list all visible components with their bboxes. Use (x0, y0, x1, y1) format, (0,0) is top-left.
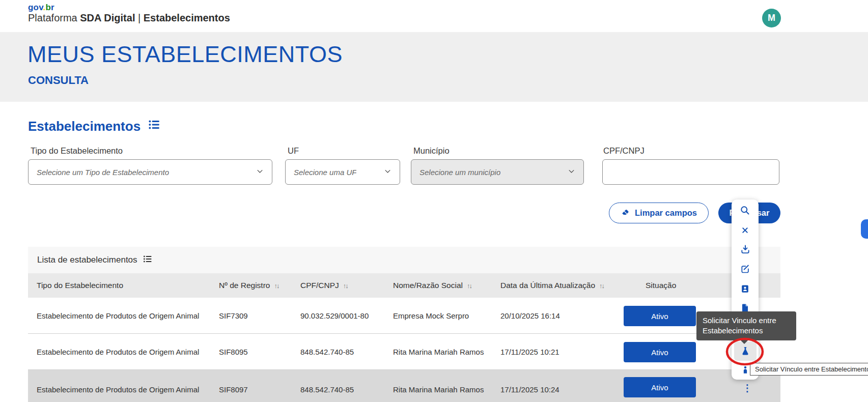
edge-floating-button[interactable] (861, 219, 868, 239)
cell-tipo: Estabelecimento de Produtos de Origem An… (37, 334, 199, 369)
tipo-select[interactable]: Selecione um Tipo de Estabelecimento (28, 159, 272, 185)
clear-fields-button[interactable]: Limpar campos (609, 203, 709, 223)
cell-atualizacao: 17/11/2025 10:24 (500, 370, 559, 402)
close-icon[interactable] (732, 220, 759, 240)
column-header-registro[interactable]: Nº de Registro↑↓ (219, 273, 278, 298)
app-title-separator: | (138, 12, 141, 23)
table-row-highlighted: Estabelecimento de Produtos de Origem An… (28, 370, 780, 402)
app-title-prefix: Plataforma (28, 12, 77, 23)
municipio-label: Município (413, 146, 450, 156)
app-title-module: Estabelecimentos (144, 12, 230, 23)
tipo-select-placeholder: Selecione um Tipo de Estabelecimento (37, 168, 169, 177)
app-header: gov.br Plataforma SDA Digital | Estabele… (0, 0, 868, 32)
column-header-atualizacao[interactable]: Data da Última Atualização↑↓ (500, 273, 604, 298)
section-title: Estabelecimentos (28, 118, 161, 135)
sort-icon[interactable]: ↑↓ (343, 282, 348, 290)
tooltip-dark: Solicitar Vinculo entre Estabelecimentos (696, 311, 796, 340)
sort-icon[interactable]: ↑↓ (274, 282, 278, 290)
status-badge[interactable]: Ativo (624, 306, 696, 326)
cell-atualizacao: 20/10/2025 16:14 (500, 298, 560, 333)
cell-cpf-cnpj: 848.542.740-85 (300, 334, 354, 369)
table-title: Lista de estabelecimentos (37, 255, 137, 265)
column-header-tipo: Tipo do Estabelecimento (37, 273, 123, 298)
govbr-logo[interactable]: gov.br (28, 3, 54, 13)
cell-cpf-cnpj: 848.542.740-85 (300, 370, 354, 402)
screen: gov.br Plataforma SDA Digital | Estabele… (0, 0, 868, 402)
cell-nome: Empresa Mock Serpro (393, 298, 469, 333)
table-row: Estabelecimento de Produtos de Origem An… (28, 334, 780, 370)
cell-nome: Rita Marina Mariah Ramos (393, 334, 484, 369)
tooltip-dark-text: Solicitar Vinculo entre Estabelecimentos (703, 316, 776, 335)
logo-b: b (46, 3, 51, 12)
flask-icon[interactable] (732, 341, 759, 361)
search-icon[interactable] (732, 200, 759, 220)
uf-select-placeholder: Selecione uma UF (294, 168, 356, 177)
chevron-down-icon (256, 167, 264, 177)
column-header-situacao: Situação (646, 273, 676, 298)
logo-gov: gov (28, 3, 43, 12)
column-header-cpf-cnpj[interactable]: CPF/CNPJ↑↓ (300, 273, 348, 298)
hero-banner: MEUS ESTABELECIMENTOS CONSULTA (0, 32, 868, 102)
cell-registro: SIF8095 (219, 334, 248, 369)
tipo-label: Tipo do Estabelecimento (31, 146, 123, 156)
column-header-nome[interactable]: Nome/Razão Social↑↓ (393, 273, 471, 298)
table-row: Estabelecimento de Produtos de Origem An… (28, 298, 780, 334)
edit-icon[interactable] (732, 259, 759, 278)
sort-icon[interactable]: ↑↓ (467, 282, 471, 290)
tooltip-arrow (740, 340, 748, 344)
list-icon (143, 254, 153, 267)
cell-tipo: Estabelecimento de Produtos de Origem An… (37, 298, 199, 333)
page-title: MEUS ESTABELECIMENTOS (27, 41, 343, 68)
cpf-cnpj-field-box (602, 159, 779, 185)
municipio-select-placeholder: Selecione um município (419, 168, 500, 177)
cell-registro: SIF8097 (219, 370, 248, 402)
cpf-cnpj-label: CPF/CNPJ (603, 146, 645, 156)
tooltip-light: Solicitar Vínculo entre Estabelecimentos (750, 363, 868, 376)
eraser-icon (621, 207, 630, 219)
download-icon[interactable] (732, 240, 759, 259)
municipio-select[interactable]: Selecione um município (411, 159, 584, 185)
cpf-cnpj-input[interactable] (603, 160, 779, 184)
page-subtitle: CONSULTA (28, 74, 89, 87)
app-title: Plataforma SDA Digital | Estabelecimento… (28, 12, 230, 24)
status-badge[interactable]: Ativo (624, 342, 696, 362)
logo-r: r (51, 3, 54, 12)
chevron-down-icon (384, 167, 391, 177)
clear-fields-label: Limpar campos (635, 208, 697, 218)
section-title-label: Estabelecimentos (28, 119, 141, 134)
cell-tipo: Estabelecimento de Produtos de Origem An… (37, 370, 199, 402)
sort-icon[interactable]: ↑↓ (599, 282, 604, 290)
user-avatar[interactable]: M (762, 9, 781, 27)
table-title-bar: Lista de estabelecimentos (28, 247, 780, 273)
app-title-name: SDA Digital (80, 12, 135, 23)
list-icon (148, 118, 161, 135)
cell-atualizacao: 17/11/2025 10:21 (500, 334, 559, 369)
contact-card-icon[interactable] (732, 279, 759, 298)
cell-cpf-cnpj: 90.032.529/0001-80 (300, 298, 369, 333)
uf-label: UF (288, 146, 299, 156)
establishments-table: Lista de estabelecimentos Tipo do Estabe… (28, 247, 780, 402)
row-actions-menu (732, 199, 759, 380)
table-header-row: Tipo do Estabelecimento Nº de Registro↑↓… (28, 273, 780, 298)
cell-nome: Rita Marina Mariah Ramos (393, 370, 484, 402)
uf-select[interactable]: Selecione uma UF (285, 159, 400, 185)
chevron-down-icon (568, 167, 575, 177)
status-badge[interactable]: Ativo (624, 377, 696, 397)
cell-registro: SIF7309 (219, 298, 248, 333)
